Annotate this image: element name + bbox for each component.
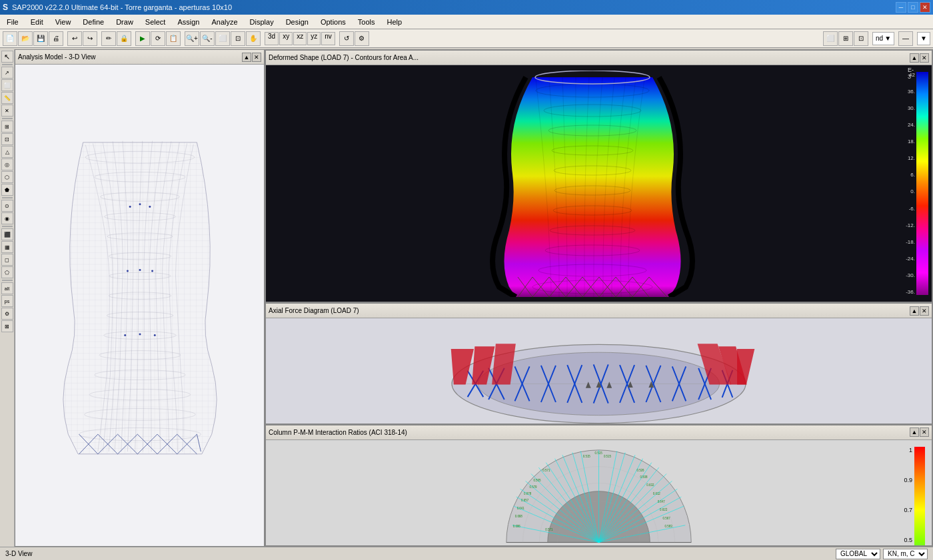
tb-rotate[interactable]: ↺: [339, 31, 354, 46]
menu-draw[interactable]: Draw: [111, 17, 139, 27]
app-logo: S: [3, 3, 8, 12]
tb-right-dropdown[interactable]: ▼: [917, 32, 930, 45]
tb-right-1[interactable]: ⬜: [823, 31, 838, 46]
cb-label-4: 18.: [908, 139, 915, 144]
cb-label-8: -6.: [909, 206, 915, 212]
tb-zoom-in[interactable]: 🔍+: [185, 31, 199, 46]
cb-label-1: 36.: [908, 89, 915, 95]
menu-options[interactable]: Options: [315, 17, 351, 27]
tb-redo[interactable]: ↪: [83, 31, 97, 46]
lt-tool-3[interactable]: △: [1, 146, 13, 158]
tb-right-3[interactable]: ⊡: [854, 31, 868, 46]
lt-tool-4[interactable]: ◎: [1, 158, 13, 170]
svg-text:0.622: 0.622: [660, 508, 668, 511]
tb-run[interactable]: ▶: [135, 31, 150, 46]
lt-draw-3[interactable]: ◻: [1, 254, 13, 266]
menu-edit[interactable]: Edit: [25, 17, 49, 27]
menu-define[interactable]: Define: [77, 17, 109, 27]
lt-select-intersect[interactable]: ✕: [1, 105, 13, 117]
tb-save[interactable]: 💾: [33, 31, 48, 46]
tb-new[interactable]: 📄: [3, 31, 17, 46]
panel-deformed-controls: ▲ ✕: [910, 53, 929, 63]
tb-draw-frame[interactable]: ✏: [101, 31, 116, 46]
lt-select-pointer[interactable]: ↗: [1, 67, 13, 79]
menu-view[interactable]: View: [50, 17, 77, 27]
tb-run-options[interactable]: ⟳: [151, 31, 165, 46]
lt-misc-2[interactable]: ps: [1, 295, 13, 307]
tb-view-3d[interactable]: 3d: [265, 32, 279, 45]
lt-view-2[interactable]: ◉: [1, 212, 13, 224]
status-view-label: 3-D View: [5, 550, 32, 557]
lt-tool-6[interactable]: ⬟: [1, 184, 13, 196]
tb-view-nv[interactable]: nv: [321, 32, 335, 45]
tb-view-yz[interactable]: yz: [307, 32, 321, 45]
panel-3d-close[interactable]: ✕: [252, 53, 261, 62]
tb-view-xz[interactable]: xz: [293, 32, 307, 45]
menu-display[interactable]: Display: [245, 17, 279, 27]
menu-assign[interactable]: Assign: [172, 17, 205, 27]
tb-zoom-fit[interactable]: ⊡: [231, 31, 245, 46]
tb-print[interactable]: 🖨: [49, 31, 63, 46]
panel-pmm-close[interactable]: ✕: [920, 427, 929, 437]
panel-axial-expand[interactable]: ▲: [910, 306, 919, 316]
title-bar-controls[interactable]: ─ □ ✕: [896, 2, 930, 13]
deformed-body: [504, 77, 680, 297]
lt-tool-1[interactable]: ⊞: [1, 121, 13, 133]
lt-misc-3[interactable]: ⚙: [1, 308, 13, 320]
units-dropdown[interactable]: KN, m, C: [883, 549, 928, 559]
colorbar-container: E-3 42 36. 30. 24. 18. 12. 6. 0. -6. -12…: [916, 72, 928, 295]
lt-draw-4[interactable]: ⬠: [1, 266, 13, 278]
lt-view-1[interactable]: ⊙: [1, 200, 13, 212]
panel-3d-canvas: [15, 65, 264, 546]
svg-text:0.668: 0.668: [515, 515, 523, 518]
lt-misc-1[interactable]: alt: [1, 282, 13, 294]
svg-point-36: [153, 334, 155, 336]
panel-3d-expand[interactable]: ▲: [242, 53, 251, 62]
maximize-button[interactable]: □: [908, 2, 918, 13]
tb-lock[interactable]: 🔒: [117, 31, 131, 46]
coord-system-dropdown[interactable]: GLOBAL LOCAL: [836, 549, 880, 559]
tb-zoom-box[interactable]: ⬜: [215, 31, 230, 46]
lt-select-line[interactable]: 📏: [1, 92, 13, 104]
lt-draw-1[interactable]: ⬛: [1, 228, 13, 240]
lt-pointer[interactable]: ↖: [1, 51, 13, 63]
panel-pmm-expand[interactable]: ▲: [910, 427, 919, 437]
svg-text:0.571: 0.571: [542, 469, 550, 472]
panel-deformed-expand[interactable]: ▲: [910, 53, 919, 63]
svg-point-34: [124, 334, 126, 336]
tb-pan[interactable]: ✋: [246, 31, 261, 46]
lt-tool-2[interactable]: ⊡: [1, 133, 13, 145]
panel-deformed-close[interactable]: ✕: [920, 53, 929, 63]
svg-text:0.565: 0.565: [533, 478, 541, 481]
tb-view-xy[interactable]: xy: [279, 32, 293, 45]
panel-deformed-title: Deformed Shape (LOAD 7) - Contours for A…: [269, 54, 419, 61]
close-button[interactable]: ✕: [920, 2, 930, 13]
svg-text:0.571: 0.571: [545, 528, 553, 531]
svg-marker-93: [738, 350, 754, 384]
menu-tools[interactable]: Tools: [353, 17, 381, 27]
cb-label-12: -30.: [906, 272, 915, 278]
menu-file[interactable]: File: [1, 17, 24, 27]
lt-tool-5[interactable]: ⬡: [1, 171, 13, 183]
svg-point-30: [149, 205, 151, 207]
tb-undo[interactable]: ↩: [67, 31, 82, 46]
colorbar-labels: 42 36. 30. 24. 18. 12. 6. 0. -6. -12. -1…: [896, 72, 915, 295]
minimize-button[interactable]: ─: [896, 2, 906, 13]
tb-right-2[interactable]: ⊞: [838, 31, 853, 46]
lt-misc-4[interactable]: ⊠: [1, 320, 13, 332]
tb-open[interactable]: 📂: [18, 31, 33, 46]
tb-line[interactable]: —: [898, 31, 913, 46]
svg-text:0.641: 0.641: [517, 507, 525, 510]
menu-design[interactable]: Design: [281, 17, 314, 27]
tb-nd-dropdown[interactable]: nd ▼: [872, 32, 894, 45]
tb-run-modal[interactable]: 📋: [166, 31, 181, 46]
status-bar: 3-D View GLOBAL LOCAL KN, m, C: [0, 547, 933, 560]
panel-axial-close[interactable]: ✕: [920, 306, 929, 316]
tb-zoom-out[interactable]: 🔍-: [200, 31, 215, 46]
lt-draw-2[interactable]: ▦: [1, 241, 13, 253]
lt-select-box[interactable]: ⬜: [1, 79, 13, 91]
menu-select[interactable]: Select: [140, 17, 171, 27]
menu-help[interactable]: Help: [382, 17, 408, 27]
menu-analyze[interactable]: Analyze: [206, 17, 243, 27]
tb-settings[interactable]: ⚙: [355, 31, 369, 46]
